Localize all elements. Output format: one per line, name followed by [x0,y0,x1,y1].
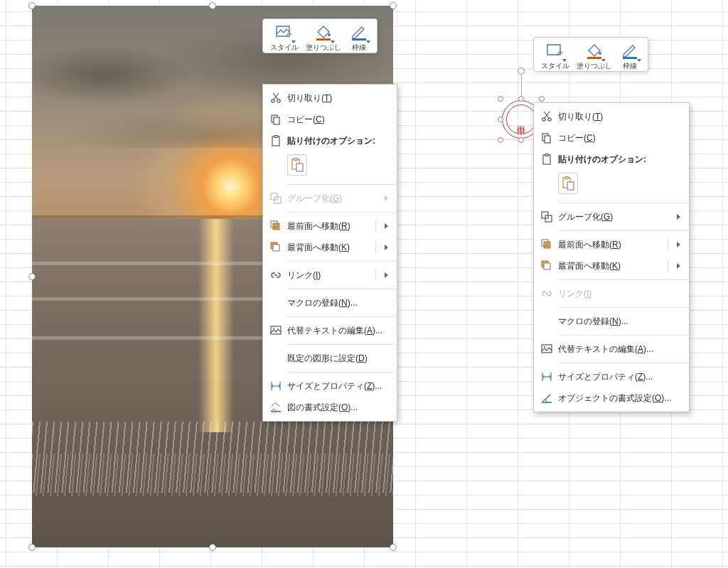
style-button[interactable]: スタイル [538,41,572,70]
group-icon [538,210,555,224]
menu-assign-macro[interactable]: マクロの登録(N)... [534,311,689,332]
clipboard-icon [538,152,555,166]
menu-separator [558,307,689,308]
menu-separator [287,372,397,373]
mini-toolbar-picture: スタイル 塗りつぶし 枠線 [262,18,378,53]
menu-bring-to-front[interactable]: 最前面へ移動(R) [534,234,689,255]
menu-separator [287,184,397,185]
menu-copy[interactable]: コピー(C) [263,109,397,130]
resize-handle[interactable] [498,137,503,143]
svg-point-22 [273,328,274,329]
outline-button[interactable]: 枠線 [616,41,643,70]
menu-separator [558,230,689,231]
svg-point-5 [277,100,280,102]
menu-paste-options-header: 貼り付けのオプション: [534,149,689,170]
menu-send-to-back[interactable]: 最背面へ移動(K) [263,237,397,258]
resize-handle[interactable] [209,2,216,9]
link-icon [538,286,555,301]
menu-size-properties[interactable]: サイズとプロパティ(Z)... [263,375,397,397]
menu-cut[interactable]: 切り取り(T) [263,87,397,109]
menu-size-properties[interactable]: サイズとプロパティ(Z)... [534,366,689,387]
chevron-right-icon [385,272,388,278]
menu-edit-alt-text[interactable]: 代替テキストの編集(A)... [263,320,397,341]
menu-separator [287,344,397,345]
paint-bucket-icon [584,42,604,60]
clipboard-icon [267,134,284,148]
resize-handle[interactable] [209,544,216,551]
paste-option-default[interactable] [558,173,578,194]
menu-bring-to-front[interactable]: 最前面へ移動(R) [263,215,397,237]
copy-icon [267,112,284,127]
menu-separator [287,289,397,289]
menu-cut[interactable]: 切り取り(T) [534,106,689,127]
scissors-icon [538,109,555,124]
svg-rect-40 [565,177,568,179]
chevron-right-icon [677,242,680,247]
svg-rect-11 [274,136,277,138]
svg-rect-17 [273,223,279,230]
resize-handle[interactable] [28,2,36,9]
fill-label: 塗りつぶし [306,43,341,51]
menu-group[interactable]: グループ化(G) [534,206,689,227]
fill-button[interactable]: 塗りつぶし [303,22,344,51]
style-label: スタイル [270,43,299,51]
svg-line-7 [273,93,278,100]
svg-rect-2 [316,38,331,41]
svg-rect-53 [542,402,552,403]
chevron-right-icon [385,223,388,229]
svg-rect-38 [545,154,548,156]
paste-options-row [263,151,397,181]
resize-handle[interactable] [518,96,524,102]
resize-handle[interactable] [498,96,503,102]
style-button[interactable]: スタイル [267,22,301,51]
menu-send-to-back[interactable]: 最背面へ移動(K) [534,255,689,277]
stamp-text: 田中 [506,105,536,134]
menu-format-object[interactable]: オブジェクトの書式設定(O)... [534,387,689,409]
svg-point-28 [599,52,601,55]
svg-line-33 [545,112,550,118]
shape-style-icon [545,42,565,60]
svg-rect-41 [567,182,574,190]
menu-set-default-shape[interactable]: 既定の図形に設定(D) [263,348,397,369]
menu-format-picture[interactable]: 図の書式設定(O)... [263,397,397,418]
rotate-handle[interactable] [518,68,525,75]
svg-rect-29 [587,57,601,59]
menu-separator [287,316,397,317]
scissors-icon [267,91,284,105]
svg-point-32 [548,118,551,121]
format-object-icon [538,391,555,405]
send-back-icon [538,259,555,273]
mini-toolbar-shape: スタイル 塗りつぶし 枠線 [533,37,648,72]
chevron-right-icon [385,245,388,250]
menu-group: グループ化(G) [263,188,397,209]
link-icon [267,268,284,282]
outline-button[interactable]: 枠線 [346,22,373,51]
bring-front-icon [538,237,555,252]
menu-link[interactable]: リンク(I) [263,264,397,286]
menu-assign-macro[interactable]: マクロの登録(N)... [263,292,397,314]
svg-rect-44 [544,242,550,248]
menu-separator [558,335,689,336]
send-back-icon [267,240,284,254]
menu-paste-options-header: 貼り付けのオプション: [263,130,397,151]
alt-text-icon [267,323,284,338]
fill-button[interactable]: 塗りつぶし [574,41,615,70]
paint-bucket-icon [314,23,333,42]
resize-handle[interactable] [28,544,36,551]
resize-handle[interactable] [539,96,545,102]
resize-handle[interactable] [28,273,36,280]
svg-point-49 [544,346,545,348]
resize-handle[interactable] [390,2,397,9]
svg-rect-20 [273,245,279,251]
resize-handle[interactable] [390,544,397,551]
menu-copy[interactable]: コピー(C) [534,127,689,149]
svg-rect-26 [271,411,281,412]
resize-handle[interactable] [498,117,503,122]
menu-edit-alt-text[interactable]: 代替テキストの編集(A)... [534,338,689,360]
svg-point-31 [542,118,545,121]
copy-icon [538,131,555,145]
resize-handle[interactable] [518,137,524,143]
paste-option-default[interactable] [287,154,307,176]
svg-rect-14 [296,164,303,171]
svg-line-6 [274,93,279,100]
